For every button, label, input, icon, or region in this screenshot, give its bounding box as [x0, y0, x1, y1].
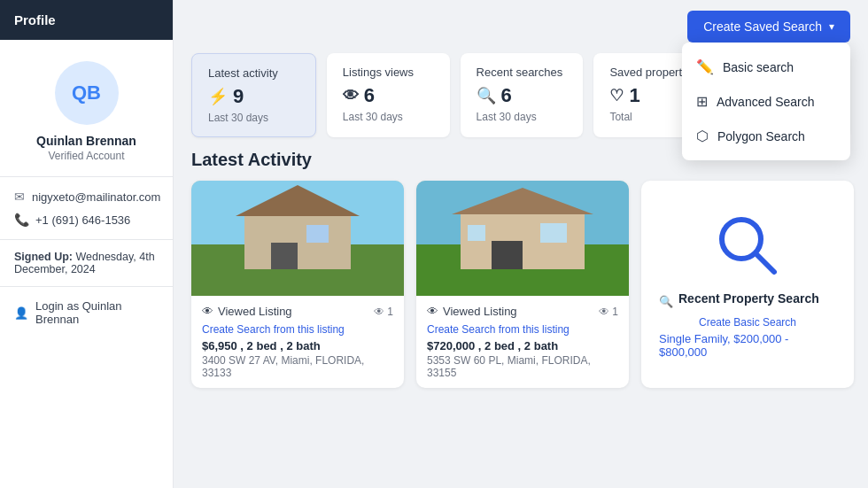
avatar: QB: [55, 61, 119, 125]
stat-value-0: ⚡ 9: [208, 85, 299, 108]
email-value: nigyxeto@mailinator.com: [32, 190, 160, 204]
search-card-icon: 🔍: [659, 295, 673, 308]
sidebar-avatar-section: QB Quinlan Brennan Verified Account: [0, 40, 173, 177]
viewed-icon-0: 👁: [202, 305, 213, 318]
svg-line-1: [756, 254, 774, 272]
card-type-label-1: 👁 Viewed Listing: [427, 305, 517, 318]
sidebar-profile-label: Profile: [14, 12, 56, 27]
dropdown-advanced-search[interactable]: ⊞ Advanced Search: [682, 84, 850, 119]
listing-price-0: $6,950 , 2 bed , 2 bath: [202, 339, 393, 352]
views-eye-icon-0: 👁: [374, 306, 384, 318]
stat-sub-2: Last 30 days: [477, 111, 568, 123]
card-type-row-0: 👁 Viewed Listing 👁 1: [202, 305, 393, 318]
user-icon: 👤: [14, 306, 28, 320]
stat-label-1: Listings views: [343, 66, 434, 79]
listing-address-0: 3400 SW 27 AV, Miami, FLORIDA, 33133: [202, 354, 393, 379]
dropdown-advanced-search-label: Advanced Search: [717, 95, 815, 109]
listing-card-body-0: 👁 Viewed Listing 👁 1 Create Search from …: [191, 296, 404, 388]
dropdown-polygon-search[interactable]: ⬡ Polygon Search: [682, 119, 850, 153]
card-type-row-1: 👁 Viewed Listing 👁 1: [427, 305, 618, 318]
signup-label: Signed Up:: [14, 251, 73, 263]
listing-image-1: [416, 181, 629, 296]
search-card-title: Recent Property Search: [678, 291, 819, 306]
sidebar-profile-header: Profile: [0, 0, 173, 40]
heart-icon: ♡: [609, 86, 624, 105]
stat-listings-views: Listings views 👁 6 Last 30 days: [327, 53, 450, 137]
chevron-down-icon: ▾: [829, 20, 834, 33]
stat-recent-searches: Recent searches 🔍 6 Last 30 days: [461, 53, 584, 137]
stat-latest-activity: Latest activity ⚡ 9 Last 30 days: [191, 53, 316, 137]
login-label: Login as Quinlan Brennan: [35, 299, 159, 326]
email-row: ✉ nigyxeto@mailinator.com: [14, 190, 159, 204]
sidebar: Profile QB Quinlan Brennan Verified Acco…: [0, 0, 174, 488]
main-content: Create Saved Search ▾ Latest activity ⚡ …: [174, 0, 868, 488]
login-as-button[interactable]: 👤 Login as Quinlan Brennan: [0, 287, 173, 338]
search-icon: 🔍: [477, 86, 496, 105]
cards-row: 👁 Viewed Listing 👁 1 Create Search from …: [174, 181, 868, 388]
phone-icon: 📞: [14, 213, 28, 227]
stat-label-0: Latest activity: [208, 66, 299, 80]
signup-section: Signed Up: Wednesday, 4th December, 2024: [0, 240, 173, 287]
create-basic-search-link[interactable]: Create Basic Search: [699, 316, 796, 329]
views-eye-icon-1: 👁: [599, 306, 609, 318]
dropdown-polygon-search-label: Polygon Search: [717, 129, 805, 143]
create-saved-search-button[interactable]: Create Saved Search ▾: [687, 11, 850, 43]
stat-sub-1: Last 30 days: [343, 111, 434, 123]
listing-card-body-1: 👁 Viewed Listing 👁 1 Create Search from …: [416, 296, 629, 388]
listing-address-1: 5353 SW 60 PL, Miami, FLORIDA, 33155: [427, 354, 618, 379]
phone-value: +1 (691) 646-1536: [35, 213, 130, 227]
stat-value-2: 🔍 6: [477, 84, 568, 107]
card-views-0: 👁 1: [374, 306, 393, 318]
listing-price-1: $720,000 , 2 bed , 2 bath: [427, 339, 618, 352]
phone-row: 📞 +1 (691) 646-1536: [14, 213, 159, 227]
edit-icon: ✏️: [696, 58, 714, 75]
sidebar-info: ✉ nigyxeto@mailinator.com 📞 +1 (691) 646…: [0, 177, 173, 240]
stat-sub-0: Last 30 days: [208, 112, 299, 124]
card-views-1: 👁 1: [599, 306, 618, 318]
create-search-link-1[interactable]: Create Search from this listing: [427, 323, 618, 336]
stat-value-1: 👁 6: [343, 84, 434, 107]
listing-card-1: 👁 Viewed Listing 👁 1 Create Search from …: [416, 181, 629, 388]
email-icon: ✉: [14, 190, 25, 204]
create-search-link-0[interactable]: Create Search from this listing: [202, 323, 393, 336]
eye-icon: 👁: [343, 87, 359, 105]
card-type-label-0: 👁 Viewed Listing: [202, 305, 292, 318]
user-name: Quinlan Brennan: [36, 134, 136, 148]
large-search-icon: [712, 210, 783, 281]
dropdown-basic-search-label: Basic search: [723, 60, 794, 74]
listing-card-0: 👁 Viewed Listing 👁 1 Create Search from …: [191, 181, 404, 388]
viewed-icon-1: 👁: [427, 305, 438, 318]
grid-icon: ⊞: [696, 93, 708, 110]
dropdown-basic-search[interactable]: ✏️ Basic search: [682, 50, 850, 84]
lightning-icon: ⚡: [208, 87, 228, 106]
verified-label: Verified Account: [48, 150, 124, 162]
search-card-header: 🔍 Recent Property Search: [659, 291, 836, 311]
stat-label-2: Recent searches: [477, 66, 568, 79]
create-saved-search-label: Create Saved Search: [703, 19, 822, 34]
recent-property-search-card: 🔍 Recent Property Search Create Basic Se…: [641, 181, 854, 388]
polygon-icon: ⬡: [696, 128, 709, 144]
search-card-value: Single Family, $200,000 - $800,000: [659, 332, 836, 359]
dropdown-menu: ✏️ Basic search ⊞ Advanced Search ⬡ Poly…: [682, 43, 850, 160]
listing-image-0: [191, 181, 404, 296]
